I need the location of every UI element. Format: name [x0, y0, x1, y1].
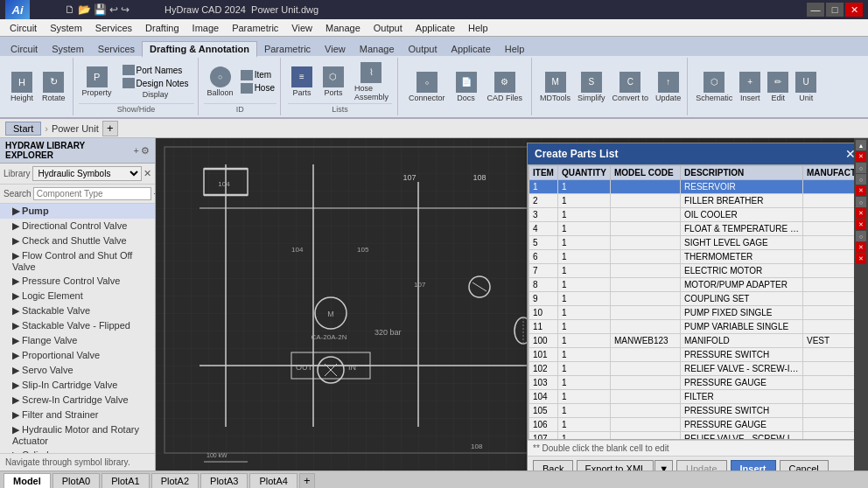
tab-parametric[interactable]: Parametric	[257, 42, 318, 56]
list-item[interactable]: ▶ Flange Valve	[0, 333, 155, 348]
export-xml-button[interactable]: Export to XML	[577, 460, 654, 471]
ribbon-btn-design-notes[interactable]: Design Notes	[121, 77, 191, 89]
library-close-btn[interactable]: ✕	[144, 168, 151, 179]
list-item[interactable]: ▶ Check and Shuttle Valve	[0, 234, 155, 248]
list-item[interactable]: ▶ Screw-In Cartridge Valve	[0, 393, 155, 408]
qat-new[interactable]: 🗋	[65, 3, 75, 16]
menu-item-applicate[interactable]: Applicate	[410, 21, 461, 35]
menu-item-output[interactable]: Output	[368, 21, 409, 35]
tab-manage[interactable]: Manage	[353, 42, 402, 56]
table-row[interactable]: 71ELECTRIC MOTOR	[529, 264, 864, 278]
list-item[interactable]: ▶ Pump	[0, 204, 155, 219]
rt-btn-7[interactable]: ✕	[856, 208, 866, 219]
ribbon-btn-simplify[interactable]: S Simplify	[575, 70, 608, 104]
ribbon-btn-balloon[interactable]: ○ Balloon	[204, 65, 237, 99]
table-row[interactable]: 1011PRESSURE SWITCH	[529, 348, 864, 362]
table-row[interactable]: 101PUMP FIXED SINGLE	[529, 306, 864, 320]
list-item[interactable]: ▶ Stackable Valve - Flipped	[0, 318, 155, 333]
ribbon-btn-schematic[interactable]: ⬡ Schematic	[693, 70, 735, 104]
ribbon-btn-ports[interactable]: ⬡ Ports	[319, 65, 347, 99]
table-row[interactable]: 51SIGHT LEVEL GAGE	[529, 236, 864, 250]
table-row[interactable]: 41FLOAT & TEMPERATURE SWITCH	[529, 222, 864, 236]
minimize-button[interactable]: —	[807, 3, 824, 17]
ribbon-btn-display[interactable]: Port Names Design Notes Display	[117, 62, 194, 101]
tab-plot-a4[interactable]: PlotA4	[249, 473, 297, 489]
table-row[interactable]: 1071RELIEF VALVE - SCREW-IN CARTRIDGE	[529, 432, 864, 441]
tab-plot-a2[interactable]: PlotA2	[151, 473, 199, 489]
ribbon-btn-parts[interactable]: ≡ Parts	[288, 65, 316, 99]
tab-drafting[interactable]: Drafting & Annotation	[142, 41, 257, 58]
ribbon-btn-item[interactable]: Item	[239, 69, 276, 81]
menu-item-system[interactable]: System	[44, 21, 88, 35]
menu-item-services[interactable]: Services	[89, 21, 138, 35]
tab-help[interactable]: Help	[498, 42, 532, 56]
rt-btn-10[interactable]: ✕	[856, 242, 866, 253]
start-button[interactable]: Start	[5, 122, 41, 136]
list-item[interactable]: ▶ Stackable Valve	[0, 303, 155, 318]
tab-view[interactable]: View	[318, 42, 353, 56]
table-row[interactable]: 11RESERVOIR	[529, 180, 864, 194]
ribbon-btn-mdtools[interactable]: M MDTools	[537, 70, 573, 104]
ribbon-btn-property[interactable]: P Property	[79, 65, 116, 99]
table-row[interactable]: 111PUMP VARIABLE SINGLE	[529, 320, 864, 334]
table-row[interactable]: 1021RELIEF VALVE - SCREW-IN CARTRIDGE	[529, 362, 864, 376]
list-item[interactable]: ▶ Logic Element	[0, 289, 155, 303]
ribbon-btn-edit[interactable]: ✏ Edit	[765, 70, 791, 104]
table-row[interactable]: 1061PRESSURE GAUGE	[529, 418, 864, 432]
rt-btn-3[interactable]: ○	[856, 163, 866, 173]
insert-button[interactable]: Insert	[731, 460, 776, 471]
close-button[interactable]: ✕	[845, 3, 863, 17]
back-button[interactable]: Back	[533, 460, 573, 471]
tab-plot-a1[interactable]: PlotA1	[102, 473, 149, 489]
ribbon-btn-rotate[interactable]: ↻ Rotate	[38, 70, 69, 104]
menu-item-view[interactable]: View	[285, 21, 318, 35]
rt-btn-8[interactable]: ✕	[856, 220, 866, 230]
list-item[interactable]: ▶ Hydraulic Motor and Rotary Actuator	[0, 422, 155, 448]
maximize-button[interactable]: □	[826, 3, 844, 17]
menu-item-image[interactable]: Image	[186, 21, 226, 35]
tab-applicate[interactable]: Applicate	[444, 42, 498, 56]
tab-plot-a3[interactable]: PlotA3	[200, 473, 248, 489]
rt-btn-11[interactable]: ✕	[856, 254, 866, 264]
table-row[interactable]: 1041FILTER	[529, 390, 864, 404]
ribbon-btn-insert[interactable]: + Insert	[737, 70, 763, 104]
ribbon-btn-hose-assembly[interactable]: ⌇ HoseAssembly	[351, 60, 392, 103]
cancel-button[interactable]: Cancel	[780, 460, 829, 471]
menu-item-drafting[interactable]: Drafting	[139, 21, 186, 35]
list-item[interactable]: ▶ Servo Valve	[0, 363, 155, 378]
menu-item-manage[interactable]: Manage	[319, 21, 367, 35]
qat-undo[interactable]: ↩	[109, 3, 118, 16]
rt-btn-5[interactable]: ✕	[856, 185, 866, 196]
rt-btn-2[interactable]: ✕	[856, 151, 866, 162]
list-item[interactable]: ▶ Directional Control Valve	[0, 219, 155, 234]
rt-btn-1[interactable]: ▲	[856, 140, 866, 150]
list-item[interactable]: ▶ Proportional Valve	[0, 348, 155, 363]
list-item[interactable]: ▶ Flow Control and Shut Off Valve	[0, 248, 155, 274]
add-tab-button[interactable]: +	[299, 473, 315, 489]
export-dropdown-button[interactable]: ▼	[654, 460, 673, 471]
list-item[interactable]: ▶ Pressure Control Valve	[0, 274, 155, 289]
ribbon-btn-convert-to[interactable]: C Convert to	[610, 70, 652, 104]
ribbon-btn-height[interactable]: H Height	[7, 70, 37, 104]
menu-item-circuit[interactable]: Circuit	[4, 21, 43, 35]
table-row[interactable]: 1051PRESSURE SWITCH	[529, 404, 864, 418]
table-row[interactable]: 1031PRESSURE GAUGE	[529, 376, 864, 390]
add-drawing-button[interactable]: +	[102, 121, 118, 136]
table-row[interactable]: 1001MANWEB123MANIFOLDVEST	[529, 334, 864, 348]
ribbon-btn-port-names[interactable]: Port Names	[121, 64, 191, 76]
tab-services[interactable]: Services	[91, 42, 142, 56]
menu-item-help[interactable]: Help	[462, 21, 494, 35]
panel-options-btn[interactable]: ⚙	[141, 145, 150, 157]
tab-output[interactable]: Output	[402, 42, 444, 56]
table-row[interactable]: 31OIL COOLER	[529, 208, 864, 222]
update-button[interactable]: Update	[676, 460, 726, 471]
rt-btn-4[interactable]: ○	[856, 174, 866, 185]
rt-btn-9[interactable]: ○	[856, 231, 866, 241]
dialog-table-container[interactable]: ITEM QUANTITY MODEL CODE DESCRIPTION MAN…	[528, 164, 863, 440]
qat-save[interactable]: 💾	[94, 3, 107, 16]
panel-expand-btn[interactable]: +	[134, 145, 139, 157]
ribbon-btn-hose[interactable]: Hose	[239, 82, 276, 94]
table-row[interactable]: 61THERMOMETER	[529, 250, 864, 264]
table-row[interactable]: 81MOTOR/PUMP ADAPTER	[529, 278, 864, 292]
ribbon-btn-docs[interactable]: 📄 Docs	[452, 70, 480, 104]
